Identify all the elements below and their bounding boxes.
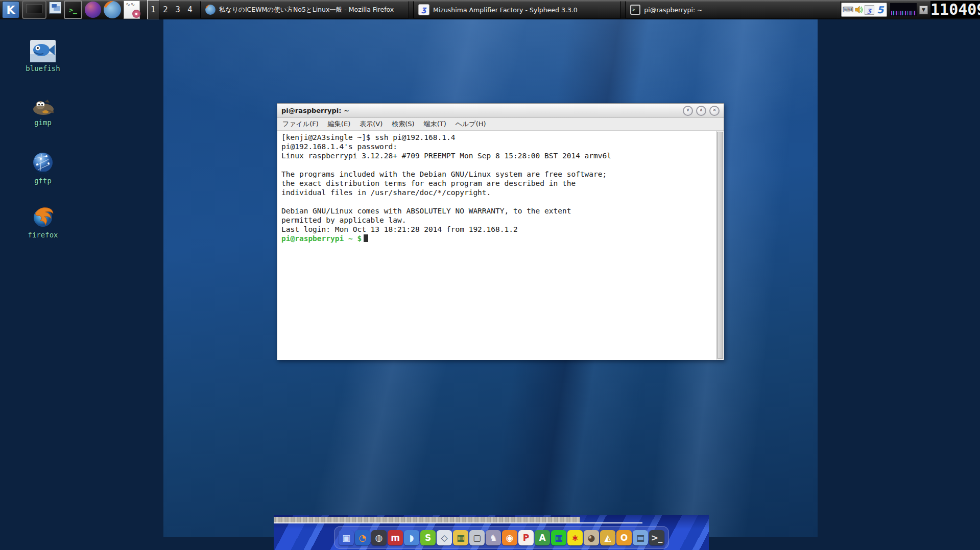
terminal-window: pi@raspberrypi: ~ ∨ ∧ × ファイル(F) 編集(E) 表示… [277,103,724,360]
firefox-icon [30,204,56,229]
vine-linux-icon[interactable]: 5 [875,5,885,15]
audio-player-icon[interactable] [124,1,140,19]
window-list-icon[interactable] [49,2,61,14]
shade-button[interactable]: ∨ [683,106,693,116]
workspace-2[interactable]: 2 [159,0,172,19]
terminal-line: Last login: Mon Oct 13 18:21:28 2014 fro… [281,225,713,234]
menu-help[interactable]: ヘルプ(H) [456,119,486,129]
menu-view[interactable]: 表示(V) [360,119,383,129]
pdf-reader-icon[interactable]: P [518,530,534,545]
media-player-icon[interactable]: ▦ [453,530,468,545]
show-desktop-icon[interactable] [22,1,46,19]
chess-knight-icon[interactable]: ♞ [486,530,501,545]
mozilla-browser-icon[interactable] [85,2,101,18]
terminal-line: Linux raspberrypi 3.12.28+ #709 PREEMPT … [281,151,713,160]
window-title: pi@raspberrypi: ~ [281,107,349,114]
terminal-titlebar[interactable]: pi@raspberrypi: ~ ∨ ∧ × [277,104,724,118]
menu-edit[interactable]: 編集(E) [328,119,350,129]
window-edge-line [274,522,642,523]
terminal-task-button[interactable]: >_ pi@raspberrypi: ~ [625,1,841,18]
abiword-icon[interactable]: A [535,530,550,545]
terminal-prompt-line: pi@raspberrypi ~ $ [281,234,713,243]
icon-label: bluefish [21,64,64,73]
gimp-icon [30,98,56,116]
sylpheed-icon: ʒ [418,4,429,15]
terminal-line: The programs included with the Debian GN… [281,170,713,179]
desktop-icon-gimp[interactable]: gimp [21,98,64,127]
inkscape-icon[interactable]: ◇ [437,530,452,545]
keyboard-layout-icon[interactable]: ⌨ [843,5,853,15]
shaded-window-bar[interactable] [274,517,580,522]
menu-terminal[interactable]: 端末(T) [424,119,446,129]
terminal-line [281,197,713,206]
window-buttons: ∨ ∧ × [683,106,720,116]
terminal-body[interactable]: [kenji@2A3single ~]$ ssh pi@192.168.1.4p… [277,131,724,360]
terminal-line: individual files in /usr/share/doc/*/cop… [281,188,713,197]
workspace-4[interactable]: 4 [184,0,196,19]
terminal-line: pi@192.168.1.4's password: [281,142,713,151]
sylpheed-tray-icon[interactable]: ʒ [865,5,874,15]
tray-panel: ⌨ ʒ 5 [841,3,887,17]
archive-manager-icon[interactable]: ▢ [469,530,485,545]
terminal-scrollbar[interactable] [716,131,723,360]
openoffice-icon[interactable]: O [616,530,632,545]
menu-file[interactable]: ファイル(F) [282,119,319,129]
gimp-icon[interactable]: ◕ [584,530,599,545]
volume-icon[interactable] [854,5,864,15]
terminal-icon[interactable]: >_ [649,530,664,545]
terminal-line [281,160,713,170]
close-button[interactable]: × [709,106,720,116]
desktop-icon-bluefish[interactable]: bluefish [21,40,64,73]
video-editor-icon[interactable]: ▤ [633,530,648,545]
system-tray: ⌨ ʒ 5 ▼ 110409 [841,0,980,19]
task-label: 私なりのICEWMの使い方No5とLinux一般 - Mozilla Firef… [219,6,394,14]
scrollbar-thumb[interactable] [717,132,723,359]
circuit-editor-icon[interactable]: ▦ [551,530,566,545]
sylpheed-task-button[interactable]: ʒ Mizushima Amplifier Factory - Sylpheed… [413,1,621,18]
bottom-window: ▣◔◍m◗S◇▦▢♞◉PA▦∗◕◭O▤>_ [274,515,709,550]
terminal-line: permitted by applicable law. [281,216,713,225]
icon-label: gftp [21,177,64,185]
firefox-icon [205,5,216,15]
taskbar: K >_ 1 2 3 4 私なりのICEWMの使い方No5とLinux一般 - … [0,0,980,19]
desktop-icon-gftp[interactable]: gftp [21,151,64,185]
shell-prompt: pi@raspberrypi ~ $ [281,234,362,243]
terminal-launcher-icon[interactable]: >_ [64,1,82,19]
quick-launch: K >_ [0,1,140,19]
firefox-task-button[interactable]: 私なりのICEWMの使い方No5とLinux一般 - Mozilla Firef… [200,1,409,18]
desktop-screen: K >_ 1 2 3 4 私なりのICEWMの使い方No5とLinux一般 - … [0,0,980,550]
terminal-icon: >_ [630,5,640,15]
blender-icon[interactable]: ◉ [502,530,517,545]
task-label: pi@raspberrypi: ~ [644,6,702,14]
cpu-monitor[interactable] [890,3,917,16]
skype-icon[interactable]: S [420,530,436,545]
terminal-line: Debian GNU/Linux comes with ABSOLUTELY N… [281,206,713,216]
terminal-menubar: ファイル(F) 編集(E) 表示(V) 検索(S) 端末(T) ヘルプ(H) [277,118,724,131]
bluefish-icon [30,40,56,62]
kde-menu-icon[interactable]: K [2,1,19,18]
cpu-graph-bars [891,11,916,15]
mplayer-icon[interactable]: m [388,530,403,545]
firefox-launcher-icon[interactable] [104,1,121,18]
dock-launcher-icon[interactable]: ▣ [339,530,354,545]
workspace-3[interactable]: 3 [172,0,184,19]
icon-label: firefox [21,231,64,239]
menu-search[interactable]: 検索(S) [392,119,414,129]
workspace-1[interactable]: 1 [147,0,159,19]
maple-leaf-app-icon[interactable]: ∗ [567,530,583,545]
web-browser-globe-icon[interactable]: ◍ [371,530,387,545]
desktop-icon-firefox[interactable]: firefox [21,204,64,239]
maximize-button[interactable]: ∧ [696,106,706,116]
workspace-switcher: 1 2 3 4 [147,0,196,19]
bluefish-icon[interactable]: ◗ [404,530,419,545]
gftp-icon [31,151,55,175]
tray-dropdown-arrow[interactable]: ▼ [919,6,928,14]
firefox-icon[interactable]: ◔ [355,530,370,545]
terminal-output: [kenji@2A3single ~]$ ssh pi@192.168.1.4p… [281,133,713,243]
taskbar-clock: 110409 [930,1,980,18]
paint-tool-icon[interactable]: ◭ [600,530,615,545]
task-label: Mizushima Amplifier Factory - Sylpheed 3… [433,6,578,14]
dock: ▣◔◍m◗S◇▦▢♞◉PA▦∗◕◭O▤>_ [334,526,669,549]
terminal-line: the exact distribution terms for each pr… [281,179,713,188]
terminal-cursor [364,234,368,242]
